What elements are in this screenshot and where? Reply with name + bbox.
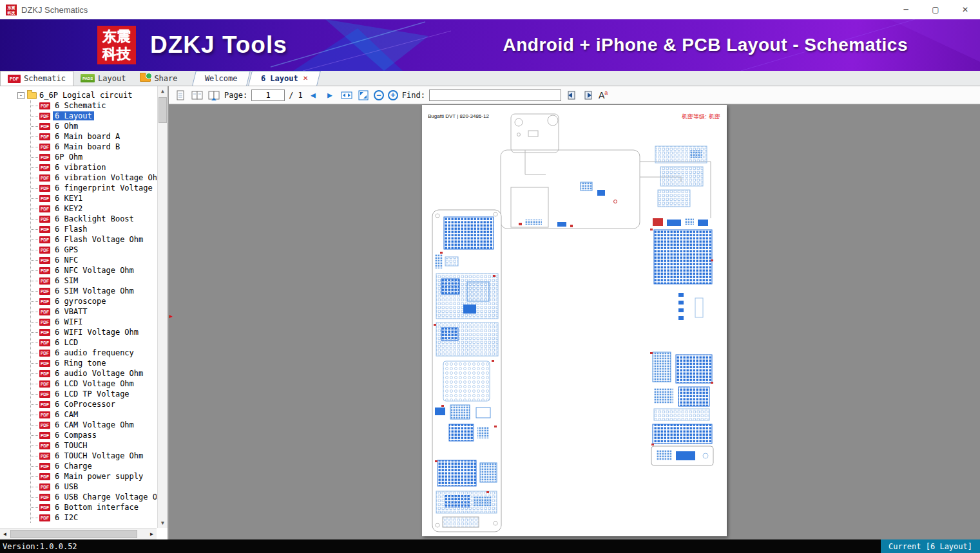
tree-item[interactable]: PDF6 KEY1 bbox=[31, 193, 157, 203]
tree-item-label: 6 Compass bbox=[53, 431, 99, 440]
sidebar-vertical-scrollbar[interactable]: ▲ ▼ bbox=[157, 86, 168, 528]
pdf-file-icon: PDF bbox=[39, 350, 50, 357]
doctab-welcome[interactable]: Welcome bbox=[192, 71, 250, 86]
next-page-icon[interactable]: ▶ bbox=[323, 89, 336, 102]
tree-item[interactable]: PDF6 CAM Voltage Ohm bbox=[31, 420, 157, 430]
pdf-viewer-area[interactable]: Bugatti DVT | 820-3486-12 机密等级: 机密 bbox=[169, 104, 980, 539]
tree-item[interactable]: PDF6 VBATT bbox=[31, 306, 157, 317]
horizontal-scroll-thumb[interactable] bbox=[10, 530, 137, 538]
tree-item[interactable]: PDF6 USB bbox=[31, 482, 157, 492]
pdf-file-icon: PDF bbox=[39, 494, 50, 501]
sidebar-splitter-arrow[interactable]: ▶ bbox=[169, 313, 173, 319]
scroll-left-icon[interactable]: ◀ bbox=[0, 529, 10, 539]
tree-item[interactable]: PDF6 LCD bbox=[31, 337, 157, 348]
company-logo: 东震科技 bbox=[97, 26, 136, 64]
pdf-file-icon: PDF bbox=[39, 483, 50, 491]
match-case-icon[interactable]: Aa bbox=[599, 89, 608, 100]
tree-item[interactable]: PDF6 Main board A bbox=[31, 131, 157, 142]
fit-page-icon[interactable] bbox=[357, 89, 370, 102]
sidebar-horizontal-scrollbar[interactable]: ◀ ▶ bbox=[0, 528, 157, 539]
tree-item[interactable]: PDF6 NFC Voltage Ohm bbox=[31, 265, 157, 276]
tree-item[interactable]: PDF6 Main power supply bbox=[31, 471, 157, 482]
tree-item[interactable]: PDF6 audio frequency bbox=[31, 348, 157, 358]
tree-item[interactable]: PDF6 TOUCH bbox=[31, 440, 157, 451]
tree-item-label: 6 vibration bbox=[53, 163, 108, 172]
pdf-file-icon: PDF bbox=[39, 514, 50, 521]
tab-share[interactable]: Share bbox=[133, 71, 184, 86]
tree-item[interactable]: PDF6 CAM bbox=[31, 409, 157, 420]
tree-item[interactable]: PDF6 fingerprint Voltage Ohm bbox=[31, 183, 157, 193]
tree-item[interactable]: PDF6 Ring tone bbox=[31, 358, 157, 368]
maximize-button[interactable]: ▢ bbox=[921, 0, 950, 19]
tree-item[interactable]: PDF6 audio Voltage Ohm bbox=[31, 368, 157, 379]
tree-item[interactable]: PDF6 WIFI bbox=[31, 317, 157, 327]
zoom-out-icon[interactable]: − bbox=[374, 90, 384, 100]
tree-item[interactable]: PDF6 Flash bbox=[31, 224, 157, 234]
pdf-file-icon: PDF bbox=[39, 154, 50, 161]
tree-item[interactable]: PDF6 KEY2 bbox=[31, 203, 157, 214]
tree-item[interactable]: PDF6 USB Charge Voltage Ohm bbox=[31, 492, 157, 502]
tree-item[interactable]: PDF6 Compass bbox=[31, 430, 157, 440]
tree-item-label: 6 fingerprint Voltage Ohm bbox=[53, 183, 157, 192]
app-logo-icon: 东震科技 bbox=[6, 5, 17, 15]
tree-item[interactable]: PDF6 CoProcessor bbox=[31, 399, 157, 409]
doctab-6-layout[interactable]: 6 Layout ✕ bbox=[248, 71, 321, 86]
pdf-file-icon: PDF bbox=[39, 257, 50, 264]
previous-page-icon[interactable]: ◀ bbox=[307, 89, 320, 102]
tree-item[interactable]: PDF6 gyroscope bbox=[31, 296, 157, 306]
tree-item[interactable]: PDF6 GPS bbox=[31, 245, 157, 255]
tree-item-label: 6 Main power supply bbox=[53, 472, 145, 481]
pdf-file-icon: PDF bbox=[39, 226, 50, 233]
tree-item[interactable]: PDF6 SIM Voltage Ohm bbox=[31, 286, 157, 296]
close-button[interactable]: ✕ bbox=[950, 0, 980, 19]
tree-item[interactable]: PDF6 vibration bbox=[31, 162, 157, 173]
page-number-input[interactable] bbox=[251, 89, 285, 101]
scroll-right-icon[interactable]: ▶ bbox=[147, 529, 157, 539]
tree-item[interactable]: PDF6 Bottom interface bbox=[31, 502, 157, 512]
tree-item[interactable]: PDF6 Schematic bbox=[31, 100, 157, 111]
tree-item[interactable]: PDF6 Charge bbox=[31, 461, 157, 471]
pdf-file-icon: PDF bbox=[39, 236, 50, 243]
tree-item[interactable]: PDF6 Ohm bbox=[31, 121, 157, 131]
facing-pages-icon[interactable] bbox=[191, 89, 204, 102]
tree-item[interactable]: PDF6P Ohm bbox=[31, 152, 157, 162]
tree-item[interactable]: PDF6 NFC bbox=[31, 255, 157, 265]
minimize-button[interactable]: ─ bbox=[891, 0, 921, 19]
find-input[interactable] bbox=[429, 89, 561, 101]
vertical-scroll-thumb[interactable] bbox=[159, 97, 167, 123]
zoom-in-icon[interactable]: + bbox=[388, 90, 398, 100]
pdf-file-icon: PDF bbox=[39, 370, 50, 377]
tab-schematic[interactable]: PDF Schematic bbox=[0, 71, 73, 86]
pdf-file-icon: PDF bbox=[39, 123, 50, 130]
tree-item[interactable]: PDF6 SIM bbox=[31, 276, 157, 286]
tree-item[interactable]: PDF6 I2C bbox=[31, 512, 157, 523]
fit-width-icon[interactable] bbox=[340, 89, 353, 102]
tree-item[interactable]: PDF6 vibration Voltage Ohm bbox=[31, 173, 157, 183]
scroll-down-icon[interactable]: ▼ bbox=[158, 518, 168, 528]
continuous-pages-icon[interactable] bbox=[207, 89, 220, 102]
tab-layout[interactable]: PADS Layout bbox=[73, 71, 133, 86]
collapse-icon[interactable]: - bbox=[17, 92, 24, 99]
pdf-file-icon: PDF bbox=[39, 504, 50, 511]
single-page-icon[interactable] bbox=[174, 89, 187, 102]
tree-item[interactable]: PDF6 Backlight Boost bbox=[31, 214, 157, 224]
tree-item[interactable]: PDF6 TOUCH Voltage Ohm bbox=[31, 451, 157, 461]
tab-close-icon[interactable]: ✕ bbox=[303, 75, 308, 82]
tree-item-label: 6 TOUCH Voltage Ohm bbox=[53, 451, 145, 460]
pdf-file-icon: PDF bbox=[39, 308, 50, 315]
tree-item-label: 6 TOUCH bbox=[53, 441, 90, 450]
tree-item[interactable]: PDF6 Main board B bbox=[31, 142, 157, 152]
tree-item[interactable]: PDF6 LCD TP Voltage bbox=[31, 389, 157, 399]
viewer-toolbar: Page: / 1 ◀ ▶ − + Find: bbox=[169, 86, 980, 104]
tree-item[interactable]: PDF6 LCD Voltage Ohm bbox=[31, 379, 157, 389]
tree-item[interactable]: PDF6 WIFI Voltage Ohm bbox=[31, 327, 157, 337]
find-next-icon[interactable] bbox=[582, 89, 595, 102]
find-label: Find: bbox=[402, 91, 425, 100]
tree-root-node[interactable]: - 6_6P Logical circuit bbox=[0, 90, 157, 100]
tree-item[interactable]: PDF6 Layout bbox=[31, 111, 157, 121]
tree-item-label: 6 KEY1 bbox=[53, 194, 84, 203]
tree-item[interactable]: PDF6 Flash Voltage Ohm bbox=[31, 234, 157, 245]
find-previous-icon[interactable] bbox=[565, 89, 578, 102]
scroll-up-icon[interactable]: ▲ bbox=[158, 86, 168, 96]
pdf-file-icon: PDF bbox=[39, 288, 50, 295]
